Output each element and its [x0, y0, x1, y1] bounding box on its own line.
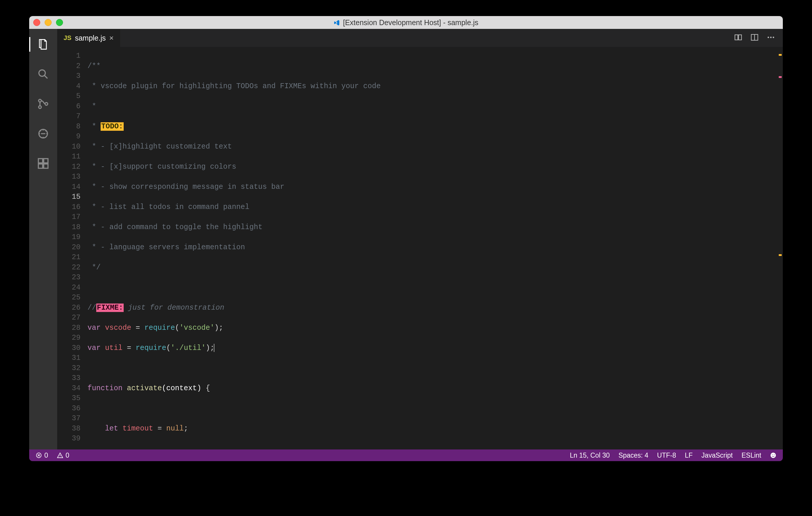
svg-rect-10 — [738, 35, 742, 40]
vscode-icon — [334, 19, 340, 26]
todo-highlight: TODO: — [100, 122, 124, 131]
activity-scm[interactable] — [29, 94, 57, 114]
svg-point-17 — [772, 455, 773, 455]
status-errors[interactable]: 0 — [34, 452, 50, 459]
minimize-window-button[interactable] — [45, 19, 52, 26]
tab-close-button[interactable]: × — [109, 34, 114, 42]
js-file-icon: JS — [64, 34, 71, 42]
activity-extensions[interactable] — [29, 153, 57, 174]
window-traffic-lights — [33, 19, 63, 26]
svg-point-14 — [773, 37, 774, 38]
window-title: [Extension Development Host] - sample.js — [343, 18, 478, 27]
fixme-highlight: FIXME: — [96, 303, 124, 312]
editor-tabs: JS sample.js × — [57, 29, 783, 47]
status-language-mode[interactable]: JavaScript — [700, 452, 734, 459]
svg-point-18 — [774, 455, 774, 455]
app-window: [Extension Development Host] - sample.js — [29, 16, 783, 461]
svg-point-16 — [771, 453, 776, 458]
split-editor-icon[interactable] — [750, 33, 759, 43]
overview-mark — [779, 254, 782, 256]
svg-rect-8 — [44, 164, 48, 168]
overview-mark-fixme — [779, 76, 782, 78]
status-feedback-icon[interactable] — [768, 452, 778, 459]
svg-rect-6 — [44, 159, 48, 163]
svg-point-2 — [38, 106, 41, 108]
maximize-window-button[interactable] — [56, 19, 63, 26]
status-bar: 0 0 Ln 15, Col 30 Spaces: 4 UTF-8 LF Jav… — [29, 450, 783, 461]
compare-changes-icon[interactable] — [734, 33, 743, 43]
activity-debug[interactable] — [29, 124, 57, 144]
status-warnings[interactable]: 0 — [55, 452, 71, 459]
code-content[interactable]: /** * vscode plugin for highlighting TOD… — [87, 47, 774, 450]
status-encoding[interactable]: UTF-8 — [656, 452, 678, 459]
status-cursor-position[interactable]: Ln 15, Col 30 — [568, 452, 612, 459]
tab-filename-label: sample.js — [75, 34, 106, 42]
tab-sample-js[interactable]: JS sample.js × — [57, 29, 120, 47]
svg-point-3 — [45, 103, 48, 105]
line-number-gutter: 1234567891011121314151617181920212223242… — [57, 47, 87, 450]
editor[interactable]: 1234567891011121314151617181920212223242… — [57, 47, 783, 450]
status-eslint[interactable]: ESLint — [740, 452, 763, 459]
status-indentation[interactable]: Spaces: 4 — [617, 452, 650, 459]
activity-search[interactable] — [29, 64, 57, 84]
more-actions-icon[interactable] — [766, 33, 775, 43]
titlebar: [Extension Development Host] - sample.js — [29, 16, 783, 29]
overview-mark-todo — [779, 54, 782, 56]
svg-rect-9 — [735, 35, 738, 40]
text-cursor — [214, 344, 214, 352]
activity-bar — [29, 29, 57, 450]
svg-point-13 — [770, 37, 772, 38]
svg-point-1 — [38, 99, 41, 102]
svg-point-12 — [768, 37, 769, 38]
svg-rect-5 — [38, 159, 43, 163]
overview-ruler[interactable] — [774, 47, 783, 450]
close-window-button[interactable] — [33, 19, 40, 26]
activity-explorer[interactable] — [29, 34, 57, 55]
status-eol[interactable]: LF — [683, 452, 694, 459]
svg-rect-7 — [38, 164, 43, 168]
svg-point-0 — [39, 70, 45, 76]
